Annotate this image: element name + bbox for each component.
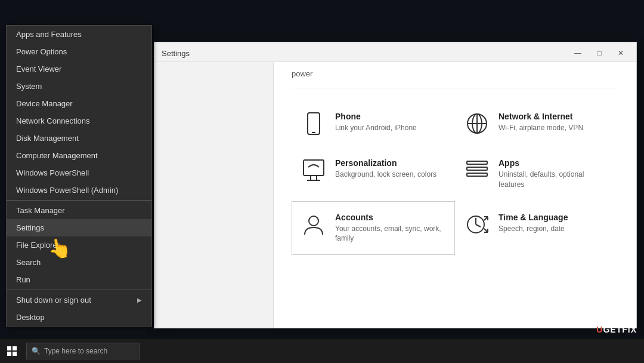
menu-item-task-manager[interactable]: Task Manager <box>7 202 151 219</box>
menu-item-label: Windows PowerShell (Admin) <box>16 186 118 195</box>
settings-item-text-apps: AppsUninstall, defaults, optional featur… <box>499 158 608 190</box>
taskbar: 🔍 Type here to search <box>0 339 644 363</box>
taskbar-search-box[interactable]: 🔍 Type here to search <box>26 343 140 359</box>
settings-titlebar: Settings — □ ✕ <box>154 42 636 62</box>
svg-rect-15 <box>13 346 17 350</box>
settings-item-text-personalization: PersonalizationBackground, lock screen, … <box>335 158 436 180</box>
apps-icon <box>465 158 489 182</box>
svg-rect-17 <box>13 352 17 356</box>
menu-item-computer-management[interactable]: Computer Management <box>7 147 151 164</box>
menu-item-label: File Explorer <box>16 241 60 250</box>
menu-item-power-options[interactable]: Power Options <box>7 43 151 60</box>
menu-item-device-manager[interactable]: Device Manager <box>7 95 151 112</box>
menu-item-label: Network Connections <box>16 116 90 125</box>
settings-window-title: Settings <box>162 49 190 58</box>
settings-body: power PhoneLink your Android, iPhone Net… <box>154 62 636 328</box>
settings-item-text-time-language: Time & LanguageSpeech, region, date <box>499 213 568 234</box>
watermark: UGETFIX <box>596 325 637 334</box>
settings-item-title-time-language: Time & Language <box>499 213 568 222</box>
context-menu: Apps and FeaturesPower OptionsEvent View… <box>6 25 152 327</box>
minimize-button[interactable]: — <box>569 47 586 59</box>
menu-item-label: Shut down or sign out <box>16 296 91 304</box>
time-icon <box>465 213 489 236</box>
settings-item-text-phone: PhoneLink your Android, iPhone <box>335 112 417 133</box>
settings-item-title-apps: Apps <box>499 158 608 168</box>
menu-item-desktop[interactable]: Desktop <box>7 309 151 326</box>
settings-item-desc-personalization: Background, lock screen, colors <box>335 170 436 180</box>
settings-item-phone[interactable]: PhoneLink your Android, iPhone <box>292 100 455 147</box>
menu-divider <box>7 200 151 201</box>
menu-item-label: Power Options <box>16 47 67 56</box>
menu-item-label: Event Viewer <box>16 64 61 73</box>
menu-item-label: Settings <box>16 223 44 232</box>
settings-item-title-personalization: Personalization <box>335 158 436 168</box>
settings-item-apps[interactable]: AppsUninstall, defaults, optional featur… <box>455 147 618 201</box>
settings-item-title-network: Network & Internet <box>499 112 583 121</box>
menu-item-settings[interactable]: Settings <box>7 219 151 236</box>
close-button[interactable]: ✕ <box>612 47 629 59</box>
svg-rect-16 <box>7 352 11 356</box>
settings-partial-text: power <box>292 62 618 88</box>
personalization-icon <box>302 158 326 182</box>
settings-item-desc-time-language: Speech, region, date <box>499 224 568 234</box>
menu-item-network-connections[interactable]: Network Connections <box>7 112 151 130</box>
svg-rect-9 <box>467 173 487 176</box>
accounts-icon <box>302 213 326 236</box>
settings-item-text-network: Network & InternetWi-Fi, airplane mode, … <box>499 112 583 133</box>
svg-line-13 <box>476 224 481 227</box>
svg-rect-8 <box>467 167 487 170</box>
menu-item-label: Task Manager <box>16 206 65 215</box>
submenu-arrow-icon: ▶ <box>137 297 142 303</box>
search-icon: 🔍 <box>32 347 41 355</box>
menu-item-system[interactable]: System <box>7 78 151 95</box>
settings-item-desc-phone: Link your Android, iPhone <box>335 123 417 133</box>
settings-item-desc-apps: Uninstall, defaults, optional features <box>499 170 608 190</box>
menu-item-label: Run <box>16 275 30 284</box>
svg-rect-6 <box>304 160 324 176</box>
taskbar-search-label: Type here to search <box>44 347 107 355</box>
menu-item-event-viewer[interactable]: Event Viewer <box>7 60 151 78</box>
titlebar-controls: — □ ✕ <box>569 47 629 59</box>
svg-point-10 <box>309 216 318 226</box>
settings-item-accounts[interactable]: AccountsYour accounts, email, sync, work… <box>292 201 455 256</box>
phone-icon <box>302 112 326 136</box>
settings-item-network[interactable]: Network & InternetWi-Fi, airplane mode, … <box>455 100 618 147</box>
settings-item-text-accounts: AccountsYour accounts, email, sync, work… <box>335 213 445 244</box>
menu-item-windows-powershell[interactable]: Windows PowerShell <box>7 164 151 182</box>
settings-item-desc-accounts: Your accounts, email, sync, work, family <box>335 224 445 244</box>
menu-item-label: Disk Management <box>16 134 79 143</box>
menu-item-shut-down[interactable]: Shut down or sign out▶ <box>7 291 151 309</box>
menu-item-file-explorer[interactable]: File Explorer <box>7 236 151 254</box>
settings-item-time-language[interactable]: Time & LanguageSpeech, region, date <box>455 201 618 256</box>
settings-item-title-accounts: Accounts <box>335 213 445 222</box>
svg-rect-7 <box>467 161 487 164</box>
svg-rect-0 <box>308 113 320 134</box>
menu-item-search[interactable]: Search <box>7 254 151 271</box>
svg-rect-14 <box>7 346 11 350</box>
menu-item-label: System <box>16 82 42 91</box>
settings-window: Settings — □ ✕ power PhoneLink your Andr… <box>154 42 637 328</box>
network-icon <box>465 112 489 136</box>
menu-item-apps-features[interactable]: Apps and Features <box>7 26 151 43</box>
menu-item-label: Windows PowerShell <box>16 168 89 177</box>
menu-item-label: Apps and Features <box>16 30 82 39</box>
menu-item-label: Search <box>16 258 41 267</box>
settings-sidebar <box>154 62 274 328</box>
settings-content: power PhoneLink your Android, iPhone Net… <box>274 62 636 328</box>
menu-item-label: Device Manager <box>16 99 73 108</box>
settings-grid: PhoneLink your Android, iPhone Network &… <box>292 100 618 255</box>
settings-item-desc-network: Wi-Fi, airplane mode, VPN <box>499 123 583 133</box>
menu-item-label: Desktop <box>16 313 45 322</box>
settings-item-personalization[interactable]: PersonalizationBackground, lock screen, … <box>292 147 455 201</box>
start-button[interactable] <box>0 339 24 363</box>
maximize-button[interactable]: □ <box>591 47 608 59</box>
menu-divider <box>7 290 151 290</box>
menu-item-windows-powershell-admin[interactable]: Windows PowerShell (Admin) <box>7 182 151 199</box>
settings-item-title-phone: Phone <box>335 112 417 121</box>
menu-item-run[interactable]: Run <box>7 271 151 288</box>
menu-item-disk-management[interactable]: Disk Management <box>7 130 151 147</box>
menu-item-label: Computer Management <box>16 151 98 160</box>
